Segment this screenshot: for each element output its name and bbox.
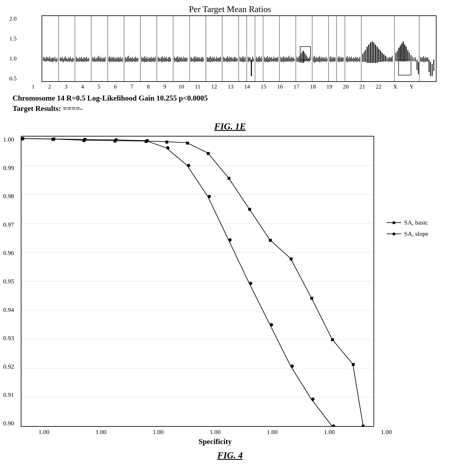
svg-rect-34 <box>52 57 53 62</box>
svg-rect-192 <box>245 57 245 62</box>
svg-rect-242 <box>306 55 307 61</box>
svg-rect-226 <box>288 57 288 62</box>
svg-rect-358 <box>248 208 251 211</box>
svg-rect-71 <box>97 57 98 62</box>
svg-rect-158 <box>203 58 204 61</box>
svg-rect-131 <box>169 57 170 62</box>
svg-rect-356 <box>207 152 210 155</box>
svg-rect-53 <box>76 57 77 62</box>
svg-rect-127 <box>165 58 166 61</box>
svg-rect-247 <box>313 57 314 62</box>
svg-rect-315 <box>403 42 404 61</box>
legend-sa-basic-line <box>387 222 401 223</box>
svg-rect-200 <box>257 58 258 62</box>
svg-rect-270 <box>341 57 341 62</box>
svg-rect-184 <box>235 57 235 62</box>
top-chart-y-axis: 2.0 1.5 1.0 0.5 <box>9 15 17 82</box>
roc-y-0.96: 0.96 <box>3 249 14 256</box>
svg-rect-286 <box>359 57 360 62</box>
svg-rect-61 <box>84 57 85 62</box>
svg-rect-116 <box>152 58 152 61</box>
svg-rect-96 <box>128 56 129 62</box>
roc-svg <box>21 136 373 426</box>
svg-rect-136 <box>177 56 178 62</box>
svg-rect-359 <box>269 239 272 242</box>
x-label-X: X <box>392 83 398 90</box>
svg-point-376 <box>290 365 294 368</box>
svg-rect-328 <box>422 57 423 62</box>
svg-rect-302 <box>387 57 387 62</box>
svg-rect-297 <box>378 49 379 62</box>
svg-rect-80 <box>110 56 110 62</box>
svg-rect-240 <box>304 52 304 62</box>
svg-rect-329 <box>423 56 424 62</box>
svg-rect-321 <box>412 57 413 61</box>
svg-rect-170 <box>218 57 219 62</box>
svg-rect-223 <box>285 58 285 61</box>
svg-rect-66 <box>92 57 93 62</box>
svg-point-377 <box>311 398 314 401</box>
x-label-2: 2 <box>47 83 53 90</box>
svg-rect-101 <box>133 59 134 61</box>
svg-rect-141 <box>182 59 183 61</box>
svg-rect-64 <box>87 59 88 61</box>
svg-rect-230 <box>292 58 293 61</box>
roc-y-0.99: 0.99 <box>3 164 14 171</box>
svg-point-365 <box>21 137 25 140</box>
svg-rect-108 <box>143 57 144 62</box>
svg-rect-304 <box>389 57 390 62</box>
svg-rect-273 <box>346 57 347 62</box>
svg-rect-295 <box>375 44 376 63</box>
legend-sa-slope: SA, slope <box>387 230 428 237</box>
roc-x-1.00-5: 1.00 <box>267 428 278 435</box>
svg-rect-82 <box>112 57 112 62</box>
svg-rect-335 <box>430 62 431 76</box>
svg-rect-361 <box>310 297 313 300</box>
svg-rect-363 <box>352 363 355 366</box>
svg-rect-210 <box>269 57 270 62</box>
svg-point-374 <box>249 282 252 285</box>
svg-point-373 <box>228 238 232 242</box>
svg-rect-92 <box>122 57 123 62</box>
x-label-21: 21 <box>359 83 365 90</box>
svg-rect-267 <box>338 57 338 62</box>
svg-rect-327 <box>421 58 422 61</box>
svg-rect-212 <box>271 57 272 62</box>
roc-x-axis: 1.00 1.00 1.00 1.00 1.00 1.00 1.00 <box>38 427 392 435</box>
svg-rect-180 <box>231 58 231 61</box>
svg-rect-239 <box>303 51 304 63</box>
roc-y-0.95: 0.95 <box>3 278 14 285</box>
svg-rect-275 <box>348 58 349 61</box>
chromosome-info: Chromosome 14 R=0.5 Log-Likelihood Gain … <box>12 94 452 102</box>
svg-rect-332 <box>426 58 427 61</box>
svg-rect-235 <box>299 56 299 62</box>
svg-rect-183 <box>234 57 234 62</box>
svg-rect-185 <box>236 58 236 61</box>
svg-rect-298 <box>380 51 381 62</box>
x-label-22: 22 <box>376 83 382 90</box>
x-label-19: 19 <box>326 83 332 90</box>
svg-rect-51 <box>72 58 73 62</box>
svg-rect-60 <box>83 58 84 62</box>
svg-rect-159 <box>207 57 208 62</box>
svg-rect-115 <box>151 57 151 62</box>
svg-rect-199 <box>256 57 257 62</box>
svg-rect-107 <box>142 58 143 61</box>
x-label-20: 20 <box>343 83 349 90</box>
svg-rect-103 <box>136 57 136 62</box>
svg-rect-250 <box>316 57 317 62</box>
svg-rect-311 <box>397 51 398 61</box>
svg-rect-171 <box>219 58 220 61</box>
x-label-5: 5 <box>96 83 102 90</box>
svg-rect-148 <box>193 59 193 61</box>
svg-rect-166 <box>214 57 215 62</box>
svg-rect-280 <box>353 57 354 62</box>
svg-rect-206 <box>265 58 266 62</box>
svg-rect-195 <box>250 57 251 62</box>
svg-rect-181 <box>232 57 232 62</box>
x-label-12: 12 <box>211 83 217 90</box>
svg-rect-39 <box>60 57 61 61</box>
svg-rect-289 <box>365 50 366 62</box>
svg-rect-318 <box>407 50 408 61</box>
svg-rect-100 <box>132 57 133 62</box>
